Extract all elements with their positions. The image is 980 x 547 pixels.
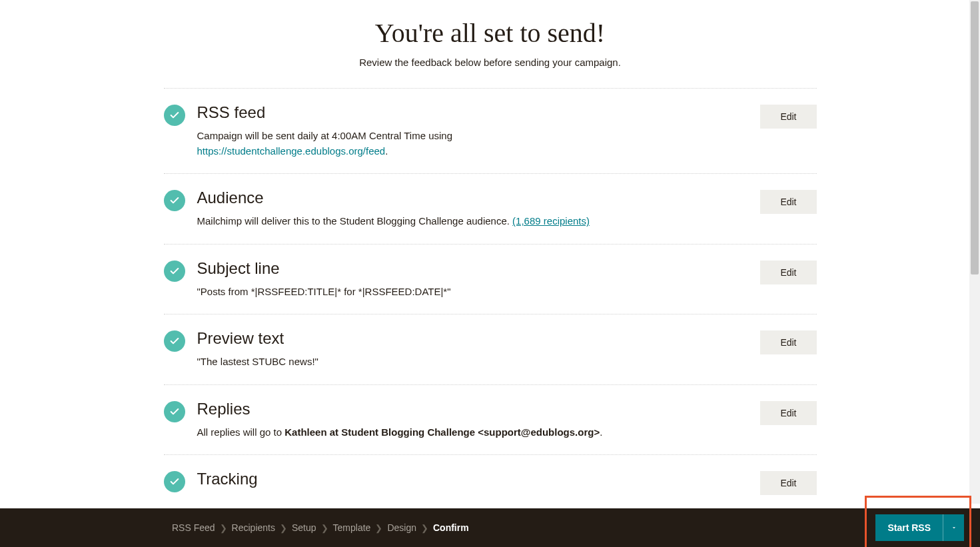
section-title: Subject line bbox=[197, 259, 747, 278]
section-content: Audience Mailchimp will deliver this to … bbox=[197, 189, 761, 229]
edit-button[interactable]: Edit bbox=[760, 105, 816, 129]
breadcrumb-step-rss-feed[interactable]: RSS Feed bbox=[172, 522, 215, 533]
scrollbar-thumb[interactable] bbox=[971, 1, 979, 274]
section-subject-line: Subject line "Posts from *|RSSFEED:TITLE… bbox=[164, 245, 817, 314]
checkmark-icon bbox=[164, 261, 185, 282]
checkmark-icon bbox=[164, 401, 185, 422]
main-content: You're all set to send! Review the feedb… bbox=[164, 0, 817, 504]
desc-text-post: . bbox=[600, 426, 602, 438]
section-title: RSS feed bbox=[197, 103, 747, 122]
section-title: Replies bbox=[197, 400, 747, 418]
bottom-nav-bar: RSS Feed❯Recipients❯Setup❯Template❯Desig… bbox=[0, 508, 980, 547]
section-content: RSS feed Campaign will be sent daily at … bbox=[197, 103, 761, 159]
edit-button[interactable]: Edit bbox=[760, 261, 816, 284]
reply-to-address: Kathleen at Student Blogging Challenge <… bbox=[284, 426, 600, 438]
section-title: Tracking bbox=[197, 470, 747, 488]
breadcrumb-step-recipients[interactable]: Recipients bbox=[232, 522, 275, 533]
section-description: "Posts from *|RSSFEED:TITLE|* for *|RSSF… bbox=[197, 284, 747, 300]
edit-button[interactable]: Edit bbox=[760, 330, 816, 354]
section-content: Preview text "The lastest STUBC news!" bbox=[197, 329, 761, 370]
scrollbar-track bbox=[969, 0, 980, 504]
chevron-down-icon bbox=[951, 524, 957, 531]
checkmark-icon bbox=[164, 471, 185, 492]
chevron-right-icon: ❯ bbox=[374, 523, 383, 533]
section-content: Tracking bbox=[197, 470, 761, 495]
desc-text: Mailchimp will deliver this to the Stude… bbox=[197, 215, 513, 227]
section-tracking: Tracking Edit bbox=[164, 455, 817, 504]
breadcrumb-step-template[interactable]: Template bbox=[333, 522, 371, 533]
section-title: Audience bbox=[197, 189, 747, 207]
section-audience: Audience Mailchimp will deliver this to … bbox=[164, 174, 817, 244]
desc-text: All replies will go to bbox=[197, 426, 285, 438]
page-header: You're all set to send! Review the feedb… bbox=[164, 17, 817, 88]
breadcrumb-step-setup[interactable]: Setup bbox=[292, 522, 316, 533]
chevron-right-icon: ❯ bbox=[279, 523, 288, 533]
desc-text-post: . bbox=[385, 145, 388, 157]
desc-text: Campaign will be sent daily at 4:00AM Ce… bbox=[197, 130, 453, 141]
start-rss-button[interactable]: Start RSS bbox=[875, 514, 943, 541]
section-preview-text: Preview text "The lastest STUBC news!" E… bbox=[164, 314, 817, 384]
page-title: You're all set to send! bbox=[164, 17, 817, 49]
section-replies: Replies All replies will go to Kathleen … bbox=[164, 385, 817, 455]
rss-feed-link[interactable]: https://studentchallenge.edublogs.org/fe… bbox=[197, 145, 386, 157]
checkmark-icon bbox=[164, 330, 185, 352]
section-content: Subject line "Posts from *|RSSFEED:TITLE… bbox=[197, 259, 761, 300]
chevron-right-icon: ❯ bbox=[420, 523, 429, 533]
breadcrumb-step-confirm: Confirm bbox=[433, 522, 469, 533]
chevron-right-icon: ❯ bbox=[219, 523, 228, 533]
section-description: Campaign will be sent daily at 4:00AM Ce… bbox=[197, 129, 747, 159]
breadcrumb-step-design[interactable]: Design bbox=[387, 522, 416, 533]
edit-button[interactable]: Edit bbox=[760, 471, 816, 495]
wizard-breadcrumb: RSS Feed❯Recipients❯Setup❯Template❯Desig… bbox=[172, 522, 469, 533]
section-content: Replies All replies will go to Kathleen … bbox=[197, 400, 761, 440]
section-description: Mailchimp will deliver this to the Stude… bbox=[197, 214, 747, 229]
start-rss-dropdown-button[interactable] bbox=[943, 514, 964, 541]
edit-button[interactable]: Edit bbox=[760, 190, 816, 214]
edit-button[interactable]: Edit bbox=[760, 401, 816, 425]
checkmark-icon bbox=[164, 190, 185, 211]
page-subtitle: Review the feedback below before sending… bbox=[164, 57, 817, 68]
section-title: Preview text bbox=[197, 329, 747, 348]
action-bar: Start RSS bbox=[875, 514, 964, 541]
section-description: All replies will go to Kathleen at Stude… bbox=[197, 425, 747, 440]
section-description: "The lastest STUBC news!" bbox=[197, 354, 747, 370]
section-rss-feed: RSS feed Campaign will be sent daily at … bbox=[164, 89, 817, 173]
recipients-link[interactable]: (1,689 recipients) bbox=[512, 215, 590, 227]
checkmark-icon bbox=[164, 105, 185, 126]
chevron-right-icon: ❯ bbox=[320, 523, 329, 533]
